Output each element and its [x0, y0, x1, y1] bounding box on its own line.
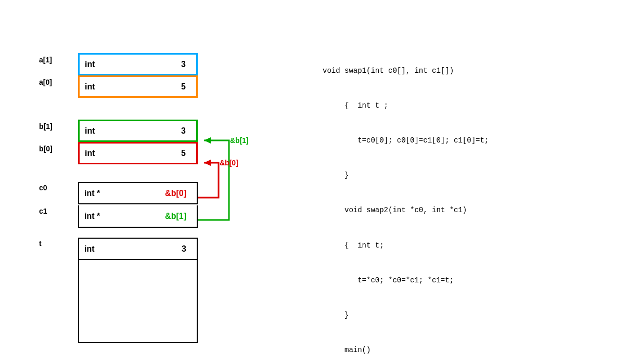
value-a1: 3: [181, 60, 186, 69]
svg-text:&b[1]: &b[1]: [230, 136, 249, 145]
code-line-9: main(): [323, 344, 616, 356]
type-t: int: [84, 244, 95, 254]
label-b0: b[0]: [39, 145, 53, 153]
label-a0: a[0]: [39, 78, 52, 86]
value-c0: &b[0]: [165, 189, 186, 198]
row-c0: int * &b[0]: [78, 182, 198, 204]
row-b1: int 3: [78, 120, 198, 142]
svg-marker-2: [204, 160, 211, 166]
label-a1: a[1]: [39, 56, 52, 64]
type-c0: int *: [84, 189, 100, 198]
row-a1: int 3: [78, 53, 198, 75]
code-block: void swap1(int c0[], int c1[]) { int t ;…: [323, 42, 616, 364]
code-line-6: { int t;: [323, 240, 616, 251]
label-t: t: [39, 239, 42, 248]
svg-text:&b[0]: &b[0]: [220, 159, 238, 167]
row-t: int 3: [78, 238, 198, 260]
main-container: &b[1] &b[0] a[1] int 3 a[0] int 5 b[1] i…: [0, 0, 626, 364]
row-b0: int 5: [78, 142, 198, 164]
type-c1: int *: [84, 212, 100, 221]
memory-section: &b[1] &b[0] a[1] int 3 a[0] int 5 b[1] i…: [10, 10, 302, 354]
code-line-2: { int t ;: [323, 100, 616, 111]
code-line-3: t=c0[0]; c0[0]=c1[0]; c1[0]=t;: [323, 135, 616, 146]
label-b1: b[1]: [39, 122, 53, 131]
code-section: void swap1(int c0[], int c1[]) { int t ;…: [302, 10, 616, 354]
row-c1: int * &b[1]: [78, 205, 198, 228]
value-a0: 5: [181, 82, 186, 92]
type-b1: int: [85, 126, 95, 136]
label-c1: c1: [39, 207, 47, 215]
value-b1: 3: [181, 126, 186, 136]
type-b0: int: [85, 149, 95, 158]
code-line-5: void swap2(int *c0, int *c1): [323, 204, 616, 216]
row-a0: int 5: [78, 75, 198, 98]
svg-marker-0: [204, 137, 211, 144]
value-t: 3: [182, 244, 186, 254]
value-c1: &b[1]: [165, 212, 186, 221]
bottom-empty-box: [78, 260, 198, 343]
value-b0: 5: [181, 149, 186, 158]
code-line-1: void swap1(int c0[], int c1[]): [323, 65, 616, 76]
code-line-7: t=*c0; *c0=*c1; *c1=t;: [323, 275, 616, 286]
code-line-8: }: [323, 309, 616, 321]
type-a0: int: [85, 82, 95, 92]
type-a1: int: [85, 60, 95, 69]
label-c0: c0: [39, 184, 47, 192]
code-line-4: }: [323, 170, 616, 181]
